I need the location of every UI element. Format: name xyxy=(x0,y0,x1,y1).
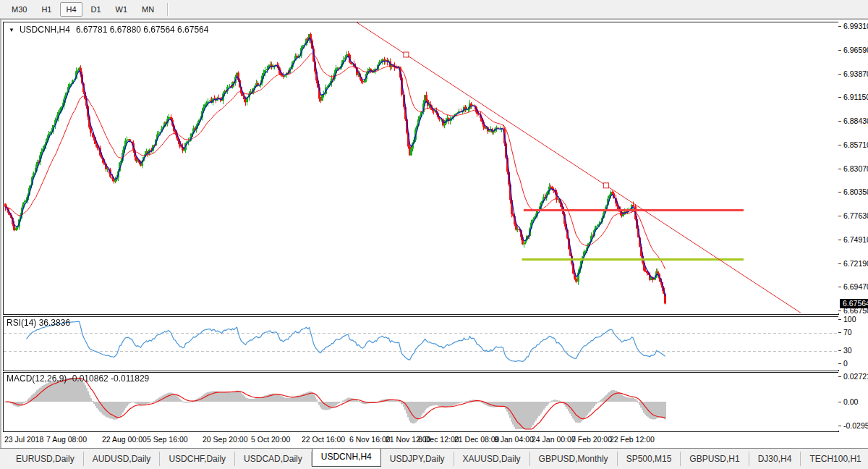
time-tick-label: 20 Sep 20:00 xyxy=(203,435,247,444)
tab-eurusd-daily[interactable]: EURUSD,Daily xyxy=(7,452,84,466)
timeframe-button-mn[interactable]: MN xyxy=(136,2,160,17)
tab-audusd-daily[interactable]: AUDUSD,Daily xyxy=(84,452,161,466)
price-tick-label: 6.91150 xyxy=(843,93,868,101)
tab-usdcnh-h4[interactable]: USDCNH,H4 xyxy=(312,449,381,467)
macd-tick-label: 0.00 xyxy=(843,398,858,406)
price-tick-label: 6.96590 xyxy=(843,46,868,54)
axis-tick-mark xyxy=(838,192,841,193)
time-tick-label: 5 Oct 20:00 xyxy=(251,435,290,444)
macd-axis[interactable]: 0.0272190.00-0.029558 xyxy=(838,372,868,431)
axis-tick-mark xyxy=(838,50,841,51)
main-chart-panel: ▼ USDCNH,H4 6.67781 6.67880 6.67564 6.67… xyxy=(3,22,839,315)
price-axis[interactable]: 6.993106.965906.938706.911506.884306.857… xyxy=(838,22,868,313)
axis-tick-mark xyxy=(838,426,841,426)
price-tick-label: 6.99310 xyxy=(843,22,868,30)
main-chart-canvas[interactable] xyxy=(4,22,837,313)
price-tick-label: 6.88430 xyxy=(843,117,868,125)
price-tick-label: 6.72190 xyxy=(843,260,868,268)
axis-tick-mark xyxy=(838,363,841,364)
time-tick-label: 7 Aug 08:00 xyxy=(46,435,87,444)
tab-dj30-h4[interactable]: DJ30,H4 xyxy=(749,452,801,466)
current-price-badge: 6.67564 xyxy=(840,299,868,308)
rsi-tick-label: 70 xyxy=(843,329,852,337)
price-tick-label: 6.80350 xyxy=(843,188,868,196)
axis-tick-mark xyxy=(838,263,841,264)
timeframe-button-m30[interactable]: M30 xyxy=(6,2,33,17)
time-tick-label: 21 Dec 08:00 xyxy=(454,435,499,444)
symbol-tabbar: EURUSD,DailyAUDUSD,DailyUSDCHF,DailyUSDC… xyxy=(0,449,868,469)
chart-title-symbol: USDCNH,H4 xyxy=(20,25,70,35)
axis-tick-mark xyxy=(838,310,841,311)
tab-usdchf-daily[interactable]: USDCHF,Daily xyxy=(160,452,235,466)
axis-tick-mark xyxy=(838,240,841,240)
axis-tick-mark xyxy=(838,169,841,169)
time-tick-label: 22 Feb 12:00 xyxy=(610,435,655,444)
time-tick-label: 22 Oct 16:00 xyxy=(302,435,345,444)
timeframe-button-d1[interactable]: D1 xyxy=(85,2,107,17)
timeframe-button-w1[interactable]: W1 xyxy=(110,2,134,17)
macd-tick-label: 0.027219 xyxy=(843,373,868,381)
chart-dropdown-icon[interactable]: ▼ xyxy=(9,27,14,33)
axis-tick-mark xyxy=(838,26,841,27)
rsi-tick-label: 100 xyxy=(843,316,856,324)
timeframe-button-h4[interactable]: H4 xyxy=(60,2,82,17)
tab-xauusd-daily[interactable]: XAUUSD,Daily xyxy=(454,452,530,466)
chart-title-ohlc: 6.67781 6.67880 6.67564 6.67564 xyxy=(76,25,209,35)
price-tick-label: 6.69470 xyxy=(843,283,868,291)
axis-tick-mark xyxy=(838,350,841,351)
toolbar-separator xyxy=(167,3,168,16)
timeframe-toolbar: M30H1H4D1W1MN xyxy=(0,0,868,19)
macd-tick-label: -0.029558 xyxy=(843,422,868,430)
axis-tick-mark xyxy=(838,216,841,216)
chart-title[interactable]: ▼ USDCNH,H4 6.67781 6.67880 6.67564 6.67… xyxy=(9,25,208,35)
price-tick-label: 6.93870 xyxy=(843,70,868,78)
time-tick-label: 9 Jan 04:00 xyxy=(494,435,534,444)
axis-tick-mark xyxy=(838,319,841,320)
macd-panel: MACD(12,26,9) -0.010862 -0.011829 xyxy=(3,372,839,432)
rsi-tick-label: 30 xyxy=(843,347,852,355)
macd-label: MACD(12,26,9) -0.010862 -0.011829 xyxy=(7,373,149,384)
axis-tick-mark xyxy=(838,376,841,377)
price-tick-label: 6.83070 xyxy=(843,165,868,173)
time-axis[interactable]: 23 Jul 20187 Aug 08:0022 Aug 00:005 Sep … xyxy=(3,432,838,448)
axis-tick-mark xyxy=(838,332,841,333)
axis-tick-mark xyxy=(838,97,841,98)
tab-usdcad-daily[interactable]: USDCAD,Daily xyxy=(235,452,312,466)
time-tick-label: 24 Jan 00:00 xyxy=(532,435,576,444)
tab-usdjpy-daily[interactable]: USDJPY,Daily xyxy=(381,452,454,466)
time-tick-label: 7 Feb 20:00 xyxy=(571,435,612,444)
time-tick-label: 5 Sep 16:00 xyxy=(147,435,188,444)
time-tick-label: 6 Nov 16:00 xyxy=(349,435,391,444)
time-tick-label: 6 Dec 12:00 xyxy=(418,435,459,444)
tab-sp500-m15[interactable]: SP500,M15 xyxy=(618,452,681,466)
price-tick-label: 6.85710 xyxy=(843,141,868,149)
timeframe-button-h1[interactable]: H1 xyxy=(35,2,57,17)
axis-tick-mark xyxy=(838,145,841,145)
rsi-panel: RSI(14) 36.3836 xyxy=(3,316,839,371)
rsi-axis[interactable]: 10070300 xyxy=(838,316,868,370)
time-tick-label: 23 Jul 2018 xyxy=(4,435,43,444)
price-tick-label: 6.74910 xyxy=(843,236,868,244)
price-tick-label: 6.77630 xyxy=(843,212,868,220)
tab-gbpusd-monthly[interactable]: GBPUSD,Monthly xyxy=(530,452,618,466)
rsi-label: RSI(14) 36.3836 xyxy=(7,318,70,328)
trading-terminal: { "toolbar": { "timeframes": ["M30", "H1… xyxy=(0,0,868,469)
rsi-canvas[interactable] xyxy=(4,317,837,369)
axis-tick-mark xyxy=(838,121,841,122)
axis-tick-mark xyxy=(838,402,841,402)
tab-gbpusd-h1[interactable]: GBPUSD,H1 xyxy=(681,452,749,466)
tab-tech100-h1[interactable]: TECH100,H1 xyxy=(801,452,868,466)
rsi-tick-label: 0 xyxy=(843,360,848,368)
time-tick-label: 22 Aug 00:00 xyxy=(102,435,147,444)
chart-window: ▼ USDCNH,H4 6.67781 6.67880 6.67564 6.67… xyxy=(0,19,868,449)
axis-tick-mark xyxy=(838,287,841,287)
axis-tick-mark xyxy=(838,74,841,75)
